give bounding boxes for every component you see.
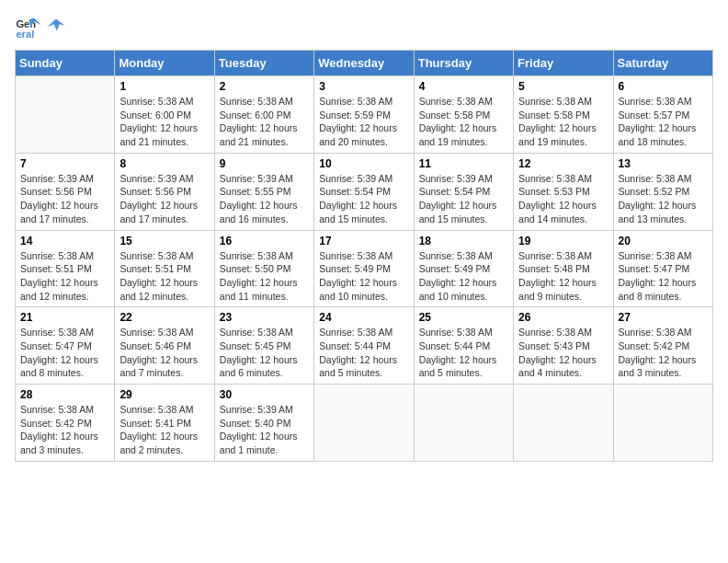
svg-text:eral: eral xyxy=(16,29,34,40)
day-number: 22 xyxy=(119,311,209,324)
day-number: 4 xyxy=(419,80,508,93)
calendar-week-row: 7Sunrise: 5:39 AMSunset: 5:56 PMDaylight… xyxy=(16,153,713,230)
day-number: 21 xyxy=(20,311,109,324)
calendar-cell: 15Sunrise: 5:38 AMSunset: 5:51 PMDayligh… xyxy=(115,230,214,307)
day-number: 16 xyxy=(220,235,309,247)
day-number: 24 xyxy=(319,311,408,324)
calendar-cell xyxy=(514,385,613,462)
day-number: 23 xyxy=(220,311,309,324)
day-number: 3 xyxy=(319,80,408,93)
calendar-cell xyxy=(613,385,712,462)
calendar-week-row: 1Sunrise: 5:38 AMSunset: 6:00 PMDaylight… xyxy=(16,76,713,154)
calendar-cell: 27Sunrise: 5:38 AMSunset: 5:42 PMDayligh… xyxy=(613,307,712,385)
day-number: 20 xyxy=(619,235,708,247)
calendar-cell: 18Sunrise: 5:38 AMSunset: 5:49 PMDayligh… xyxy=(414,230,513,307)
logo: Gen eral xyxy=(15,15,66,40)
calendar-table: SundayMondayTuesdayWednesdayThursdayFrid… xyxy=(15,50,713,462)
calendar-cell: 20Sunrise: 5:38 AMSunset: 5:47 PMDayligh… xyxy=(613,230,712,307)
day-info: Sunrise: 5:38 AMSunset: 5:59 PMDaylight:… xyxy=(319,95,408,149)
day-number: 28 xyxy=(20,388,109,401)
day-info: Sunrise: 5:38 AMSunset: 5:47 PMDaylight:… xyxy=(20,326,109,380)
calendar-cell: 14Sunrise: 5:38 AMSunset: 5:51 PMDayligh… xyxy=(16,230,115,307)
day-number: 2 xyxy=(220,80,309,93)
day-info: Sunrise: 5:38 AMSunset: 5:45 PMDaylight:… xyxy=(220,326,309,380)
calendar-header-monday: Monday xyxy=(115,51,214,76)
day-info: Sunrise: 5:38 AMSunset: 5:44 PMDaylight:… xyxy=(319,326,408,380)
calendar-cell: 23Sunrise: 5:38 AMSunset: 5:45 PMDayligh… xyxy=(214,307,313,385)
day-number: 7 xyxy=(20,157,109,170)
day-info: Sunrise: 5:38 AMSunset: 5:42 PMDaylight:… xyxy=(619,326,708,380)
calendar-week-row: 21Sunrise: 5:38 AMSunset: 5:47 PMDayligh… xyxy=(16,307,713,385)
calendar-cell xyxy=(314,385,414,462)
calendar-cell: 4Sunrise: 5:38 AMSunset: 5:58 PMDaylight… xyxy=(414,76,513,154)
calendar-cell: 9Sunrise: 5:39 AMSunset: 5:55 PMDaylight… xyxy=(214,153,313,230)
day-number: 17 xyxy=(319,235,408,247)
day-number: 11 xyxy=(419,157,508,170)
calendar-cell: 6Sunrise: 5:38 AMSunset: 5:57 PMDaylight… xyxy=(613,76,712,154)
day-info: Sunrise: 5:38 AMSunset: 5:41 PMDaylight:… xyxy=(119,403,209,457)
calendar-header-friday: Friday xyxy=(514,51,613,76)
calendar-week-row: 14Sunrise: 5:38 AMSunset: 5:51 PMDayligh… xyxy=(16,230,713,307)
day-number: 25 xyxy=(419,311,508,324)
day-info: Sunrise: 5:38 AMSunset: 6:00 PMDaylight:… xyxy=(220,95,309,149)
calendar-cell: 17Sunrise: 5:38 AMSunset: 5:49 PMDayligh… xyxy=(314,230,414,307)
calendar-cell: 5Sunrise: 5:38 AMSunset: 5:58 PMDaylight… xyxy=(514,76,613,154)
calendar-cell: 22Sunrise: 5:38 AMSunset: 5:46 PMDayligh… xyxy=(115,307,214,385)
calendar-cell: 1Sunrise: 5:38 AMSunset: 6:00 PMDaylight… xyxy=(115,76,214,154)
calendar-header-saturday: Saturday xyxy=(613,51,712,76)
calendar-cell: 11Sunrise: 5:39 AMSunset: 5:54 PMDayligh… xyxy=(414,153,513,230)
calendar-header-tuesday: Tuesday xyxy=(214,51,313,76)
day-info: Sunrise: 5:38 AMSunset: 5:42 PMDaylight:… xyxy=(20,403,109,457)
day-info: Sunrise: 5:39 AMSunset: 5:56 PMDaylight:… xyxy=(20,172,109,226)
day-info: Sunrise: 5:38 AMSunset: 5:50 PMDaylight:… xyxy=(220,249,309,304)
calendar-cell: 30Sunrise: 5:39 AMSunset: 5:40 PMDayligh… xyxy=(214,385,313,462)
logo-icon: Gen eral xyxy=(15,15,40,40)
calendar-header-thursday: Thursday xyxy=(414,51,513,76)
calendar-cell: 13Sunrise: 5:38 AMSunset: 5:52 PMDayligh… xyxy=(613,153,712,230)
calendar-cell: 28Sunrise: 5:38 AMSunset: 5:42 PMDayligh… xyxy=(16,385,115,462)
svg-marker-3 xyxy=(35,20,40,27)
calendar-header-sunday: Sunday xyxy=(16,51,115,76)
calendar-week-row: 28Sunrise: 5:38 AMSunset: 5:42 PMDayligh… xyxy=(16,385,713,462)
logo-bird-icon xyxy=(46,17,66,38)
day-number: 30 xyxy=(220,388,309,401)
day-number: 9 xyxy=(220,157,309,170)
day-info: Sunrise: 5:38 AMSunset: 5:46 PMDaylight:… xyxy=(119,326,209,380)
day-number: 27 xyxy=(619,311,708,324)
calendar-cell: 10Sunrise: 5:39 AMSunset: 5:54 PMDayligh… xyxy=(314,153,414,230)
day-number: 14 xyxy=(20,235,109,247)
day-info: Sunrise: 5:38 AMSunset: 5:58 PMDaylight:… xyxy=(419,95,508,149)
day-number: 6 xyxy=(619,80,708,93)
day-info: Sunrise: 5:38 AMSunset: 5:47 PMDaylight:… xyxy=(619,249,708,304)
day-info: Sunrise: 5:38 AMSunset: 5:49 PMDaylight:… xyxy=(419,249,508,304)
calendar-header-row: SundayMondayTuesdayWednesdayThursdayFrid… xyxy=(16,51,713,76)
day-number: 8 xyxy=(119,157,209,170)
calendar-cell: 25Sunrise: 5:38 AMSunset: 5:44 PMDayligh… xyxy=(414,307,513,385)
day-number: 29 xyxy=(119,388,209,401)
day-info: Sunrise: 5:39 AMSunset: 5:56 PMDaylight:… xyxy=(119,172,209,226)
calendar-cell: 8Sunrise: 5:39 AMSunset: 5:56 PMDaylight… xyxy=(115,153,214,230)
calendar-cell: 29Sunrise: 5:38 AMSunset: 5:41 PMDayligh… xyxy=(115,385,214,462)
day-number: 19 xyxy=(518,235,608,247)
calendar-cell xyxy=(414,385,513,462)
day-number: 26 xyxy=(518,311,608,324)
day-info: Sunrise: 5:38 AMSunset: 5:49 PMDaylight:… xyxy=(319,249,408,304)
day-info: Sunrise: 5:38 AMSunset: 5:43 PMDaylight:… xyxy=(518,326,608,380)
calendar-cell: 26Sunrise: 5:38 AMSunset: 5:43 PMDayligh… xyxy=(514,307,613,385)
calendar-cell: 16Sunrise: 5:38 AMSunset: 5:50 PMDayligh… xyxy=(214,230,313,307)
day-number: 13 xyxy=(619,157,708,170)
page-header: Gen eral xyxy=(15,15,713,40)
day-number: 5 xyxy=(518,80,608,93)
calendar-cell: 3Sunrise: 5:38 AMSunset: 5:59 PMDaylight… xyxy=(314,76,414,154)
day-info: Sunrise: 5:38 AMSunset: 5:58 PMDaylight:… xyxy=(518,95,608,149)
day-info: Sunrise: 5:38 AMSunset: 5:48 PMDaylight:… xyxy=(518,249,608,304)
day-info: Sunrise: 5:39 AMSunset: 5:54 PMDaylight:… xyxy=(419,172,508,226)
day-info: Sunrise: 5:39 AMSunset: 5:40 PMDaylight:… xyxy=(220,403,309,457)
calendar-cell: 21Sunrise: 5:38 AMSunset: 5:47 PMDayligh… xyxy=(16,307,115,385)
day-info: Sunrise: 5:39 AMSunset: 5:54 PMDaylight:… xyxy=(319,172,408,226)
day-number: 18 xyxy=(419,235,508,247)
calendar-cell: 12Sunrise: 5:38 AMSunset: 5:53 PMDayligh… xyxy=(514,153,613,230)
day-info: Sunrise: 5:38 AMSunset: 5:57 PMDaylight:… xyxy=(619,95,708,149)
day-number: 1 xyxy=(119,80,209,93)
day-number: 10 xyxy=(319,157,408,170)
